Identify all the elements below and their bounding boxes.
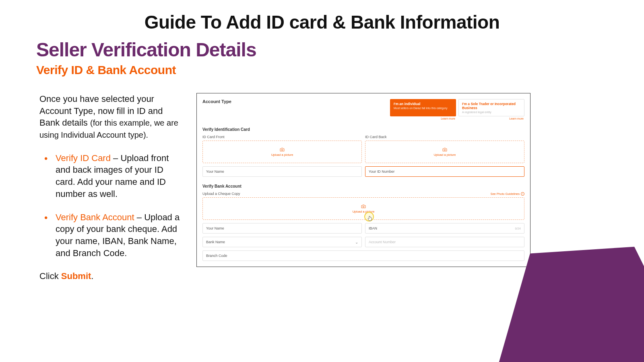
upload-text: Upload a picture — [434, 153, 456, 157]
screenshot-panel: Account Type I'm an individual Most sell… — [196, 93, 530, 267]
guidelines-text: See Photo Guidelines — [490, 192, 520, 196]
input-placeholder: Your Name — [206, 170, 224, 174]
your-name-input[interactable]: Your Name — [202, 166, 362, 177]
card-subtitle: Most sellers on Daraz fall into this cat… — [394, 107, 452, 110]
bank-name-select[interactable]: Bank Name ⌄ — [202, 237, 362, 247]
upload-text: Upload a picture — [353, 210, 375, 213]
svg-point-0 — [281, 149, 283, 151]
bullet-verify-bank: Verify Bank Account – Upload a copy of y… — [47, 211, 184, 259]
sub-sub-title: Verify ID & Bank Account — [0, 63, 644, 77]
learn-more-link[interactable]: Learn more — [458, 117, 524, 120]
card-title: I'm an individual — [394, 102, 452, 106]
input-placeholder: Account Number — [369, 240, 396, 244]
account-number-input[interactable]: Account Number — [365, 237, 524, 247]
input-placeholder: Your Name — [206, 226, 224, 230]
card-subtitle: A registered legal entity — [462, 111, 521, 114]
camera-icon — [442, 147, 448, 152]
char-count: 0/24 — [515, 227, 521, 230]
learn-more-link[interactable]: Learn more — [390, 117, 456, 120]
bullet-verify-id: Verify ID Card – Upload front and back i… — [47, 152, 184, 200]
upload-text: Upload a picture — [271, 153, 293, 157]
cheque-upload[interactable]: Upload a picture — [202, 197, 524, 220]
click-text: Click — [39, 271, 61, 281]
id-back-upload[interactable]: Upload a picture — [365, 141, 524, 163]
bank-your-name-input[interactable]: Your Name — [202, 223, 362, 234]
svg-point-1 — [444, 149, 446, 151]
intro-paragraph: Once you have selected your Account Type… — [39, 93, 184, 141]
id-back-label: ID Card Back — [365, 135, 524, 139]
svg-point-2 — [363, 206, 364, 207]
submit-word: Submit — [61, 271, 91, 281]
input-placeholder: Branch Code — [206, 254, 227, 258]
branch-code-input[interactable]: Branch Code — [202, 250, 524, 261]
camera-icon — [279, 147, 285, 152]
chevron-down-icon: ⌄ — [355, 240, 358, 244]
card-title: I'm a Sole Trader or Incorporated Busine… — [462, 102, 521, 110]
iban-input[interactable]: IBAN 0/24 — [365, 223, 524, 234]
account-type-business-card[interactable]: I'm a Sole Trader or Incorporated Busine… — [458, 99, 524, 116]
click-submit-line: Click Submit. — [39, 270, 184, 282]
instructions-column: Once you have selected your Account Type… — [39, 93, 196, 282]
cheque-copy-label: Upload a Cheque Copy — [202, 192, 240, 196]
account-type-label: Account Type — [202, 99, 231, 104]
info-icon: i — [521, 192, 524, 196]
camera-icon — [361, 204, 366, 209]
id-front-label: ID Card Front — [202, 135, 362, 139]
verify-bank-section-header: Verify Bank Account — [202, 184, 524, 188]
id-front-upload[interactable]: Upload a picture — [202, 141, 362, 163]
main-title: Guide To Add ID card & Bank Information — [0, 0, 644, 33]
select-placeholder: Bank Name — [206, 240, 225, 244]
your-id-number-input[interactable]: Your ID Number — [365, 166, 524, 177]
account-type-individual-card[interactable]: I'm an individual Most sellers on Daraz … — [390, 99, 456, 116]
see-photo-guidelines-link[interactable]: See Photo Guidelines i — [490, 192, 524, 196]
input-placeholder: Your ID Number — [369, 170, 394, 174]
verify-id-section-header: Verify Identification Card — [202, 127, 524, 132]
bullet-head: Verify Bank Account — [56, 212, 134, 222]
bullet-head: Verify ID Card — [56, 153, 111, 163]
period: . — [91, 271, 93, 281]
sub-title: Seller Verification Details — [0, 39, 644, 61]
input-placeholder: IBAN — [369, 226, 377, 230]
